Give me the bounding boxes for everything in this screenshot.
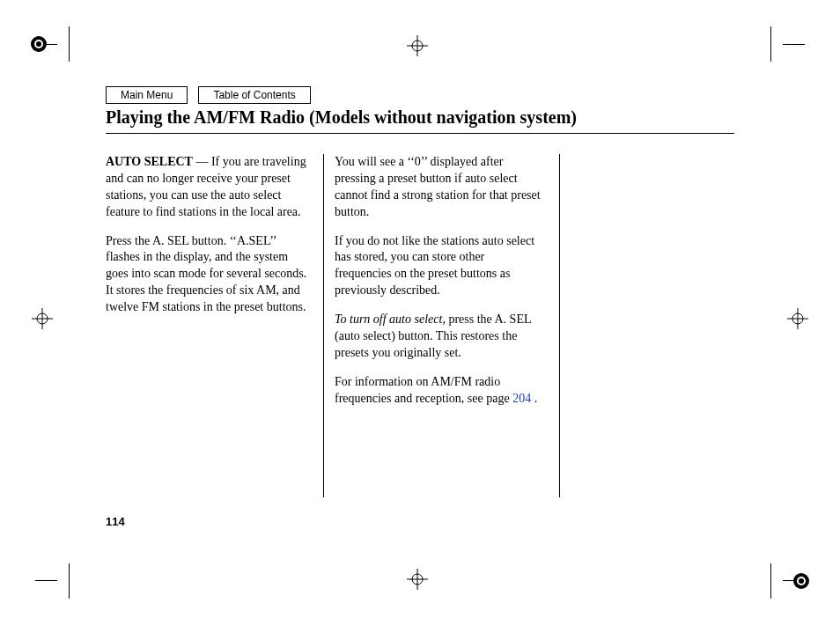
paragraph: For information on AM/FM radio frequenci… bbox=[335, 374, 542, 408]
crop-mark bbox=[35, 580, 57, 581]
paragraph: AUTO SELECT — If you are traveling and c… bbox=[106, 154, 313, 221]
table-of-contents-button[interactable]: Table of Contents bbox=[198, 86, 310, 104]
main-menu-button[interactable]: Main Menu bbox=[106, 86, 188, 104]
paragraph: Press the A. SEL button. ‘‘A.SEL’’ flash… bbox=[106, 233, 313, 316]
column-1: AUTO SELECT — If you are traveling and c… bbox=[106, 154, 323, 497]
registration-cross-icon bbox=[407, 35, 428, 56]
paragraph: To turn off auto select, press the A. SE… bbox=[335, 312, 542, 362]
crop-mark bbox=[770, 26, 771, 62]
column-separator bbox=[559, 154, 560, 497]
paragraph-text: For information on AM/FM radio frequenci… bbox=[335, 375, 512, 405]
registration-cross-icon bbox=[32, 308, 53, 329]
registration-cross-icon bbox=[407, 569, 428, 590]
page-title-text: Playing the AM/FM Radio (Models without … bbox=[106, 107, 577, 127]
crop-mark bbox=[69, 26, 70, 62]
nav-buttons: Main Menu Table of Contents bbox=[106, 86, 311, 104]
emphasis-text: To turn off auto select, bbox=[335, 312, 446, 326]
registration-cross-icon bbox=[787, 308, 808, 329]
content-columns: AUTO SELECT — If you are traveling and c… bbox=[106, 154, 555, 497]
page-number: 114 bbox=[106, 515, 125, 528]
registration-mark-icon bbox=[28, 33, 49, 55]
column-2: You will see a ‘‘0’’ displayed after pre… bbox=[323, 154, 542, 497]
paragraph: If you do not like the stations auto sel… bbox=[335, 233, 542, 300]
svg-point-5 bbox=[799, 578, 804, 584]
paragraph: You will see a ‘‘0’’ displayed after pre… bbox=[335, 154, 542, 221]
paragraph-text: . bbox=[531, 392, 537, 405]
registration-mark-icon bbox=[791, 570, 812, 592]
auto-select-label: AUTO SELECT bbox=[106, 155, 193, 168]
crop-mark bbox=[770, 563, 771, 599]
crop-mark bbox=[69, 563, 70, 599]
crop-mark bbox=[783, 44, 805, 45]
svg-point-2 bbox=[36, 41, 41, 47]
page-title: Playing the AM/FM Radio (Models without … bbox=[106, 107, 734, 134]
page-link[interactable]: 204 bbox=[512, 392, 531, 405]
